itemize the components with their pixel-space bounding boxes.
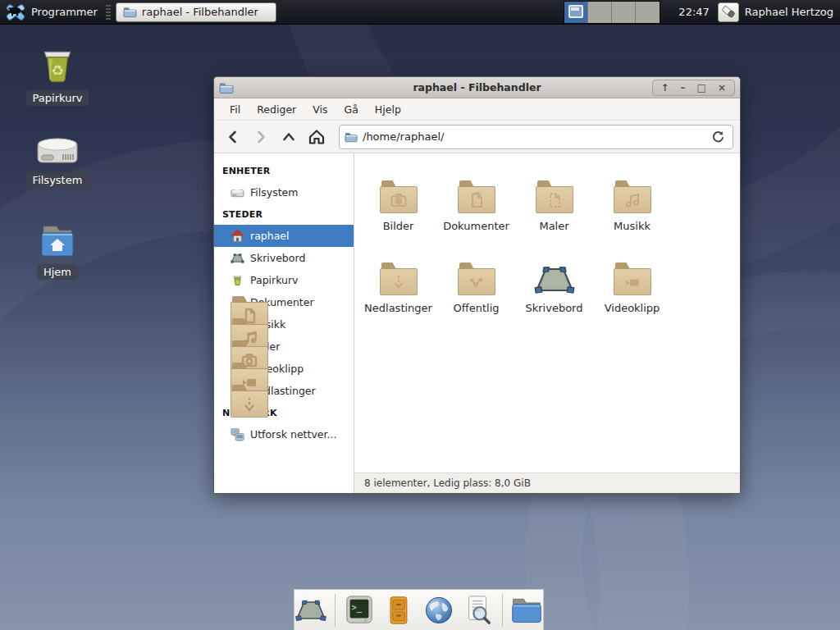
desktop-icon-filesystem[interactable]: Filsystem	[12, 133, 103, 188]
panel-handle	[106, 5, 111, 20]
folder-pictures-icon	[231, 340, 244, 354]
minimize-button[interactable]: –	[681, 83, 686, 93]
up-button[interactable]	[276, 125, 301, 149]
menu-file[interactable]: Fil	[222, 100, 248, 119]
workspace-1[interactable]	[564, 2, 588, 23]
menu-help[interactable]: Hjelp	[368, 100, 409, 119]
xfce-logo-icon	[5, 2, 26, 22]
applications-menu-label: Programmer	[31, 6, 98, 18]
file-item-nedlastinger[interactable]: Nedlastinger	[359, 245, 437, 327]
sidebar-item-label: raphael	[250, 230, 289, 242]
file-item-label: Videoklipp	[605, 302, 660, 314]
svg-text:♻: ♻	[51, 62, 64, 79]
path-input[interactable]	[363, 130, 703, 143]
menu-go[interactable]: Gå	[337, 100, 366, 119]
sidebar-item-label: Skrivebord	[250, 252, 305, 264]
titlebar[interactable]: raphael - Filbehandler ↑ – □ ×	[214, 77, 740, 98]
folder-videos-icon	[231, 362, 244, 376]
dock-file-cabinet-button[interactable]	[382, 593, 415, 628]
applications-menu-button[interactable]: Programmer	[0, 0, 106, 25]
workspace-window-icon	[568, 5, 583, 18]
file-item-skrivebord[interactable]: Skrivebord	[515, 245, 593, 327]
back-button[interactable]	[221, 125, 245, 149]
path-bar[interactable]	[339, 125, 733, 149]
sidebar-item-filesystem[interactable]: Filsystem	[214, 181, 354, 203]
dock-file-manager-button[interactable]	[510, 593, 543, 628]
svg-text:>_: >_	[351, 602, 362, 613]
back-icon	[225, 129, 241, 145]
file-cabinet-icon	[384, 595, 413, 626]
file-item-label: Nedlastinger	[364, 302, 432, 314]
sidebar-item-documents[interactable]: Dokumenter	[214, 291, 354, 313]
close-button[interactable]: ×	[718, 83, 726, 93]
file-item-dokumenter[interactable]: Dokumenter	[437, 163, 515, 245]
toolbar	[214, 121, 740, 153]
workspace-2[interactable]	[588, 2, 612, 23]
dock-separator	[335, 594, 336, 627]
menu-edit[interactable]: Rediger	[249, 100, 304, 119]
harddrive-icon	[35, 133, 80, 167]
sidebar-item-trash[interactable]: ♻ Papirkurv	[214, 269, 354, 291]
menu-view[interactable]: Vis	[305, 100, 335, 119]
desktop-icon	[231, 251, 244, 265]
taskbar-window-button[interactable]: raphael - Filbehandler	[116, 2, 276, 22]
file-item-musikk[interactable]: Musikk	[593, 163, 671, 245]
desktop-icon-label: Papirkurv	[26, 90, 89, 106]
camera-emblem-icon	[390, 192, 407, 208]
trash-icon: ♻	[231, 273, 244, 287]
desktop-icon-label: Filsystem	[26, 172, 89, 188]
sidebar-item-network[interactable]: Utforsk nettver...	[214, 423, 354, 445]
file-manager-icon	[510, 596, 543, 625]
file-item-offentlig[interactable]: Offentlig	[437, 245, 515, 327]
file-manager-window: raphael - Filbehandler ↑ – □ × Fil Redig…	[213, 76, 741, 494]
desktop-icon-home[interactable]: Hjem	[12, 223, 103, 280]
file-grid: Bilder Dokumenter Maler	[354, 153, 740, 472]
file-view: Bilder Dokumenter Maler	[354, 153, 740, 493]
home-icon	[231, 229, 244, 243]
file-item-videoklipp[interactable]: Videoklipp	[593, 245, 671, 327]
workspace-3[interactable]	[612, 2, 636, 23]
forward-button[interactable]	[249, 125, 273, 149]
shade-button[interactable]: ↑	[661, 83, 669, 93]
eraser-icon	[720, 5, 737, 20]
video-emblem-icon	[624, 274, 641, 290]
dock-show-desktop-button[interactable]	[294, 593, 327, 628]
music-emblem-icon	[624, 192, 641, 208]
maximize-button[interactable]: □	[697, 83, 706, 93]
web-browser-icon	[423, 595, 454, 626]
dock-search-button[interactable]	[463, 593, 495, 628]
sidebar-item-desktop[interactable]: Skrivebord	[214, 247, 354, 269]
home-icon	[308, 129, 326, 145]
sidebar-item-label: Papirkurv	[250, 274, 299, 286]
dock-web-browser-button[interactable]	[422, 593, 455, 628]
desktop-icon-trash[interactable]: ♻ Papirkurv	[12, 44, 103, 106]
sidebar-item-label: Filsystem	[250, 186, 298, 199]
dock-terminal-button[interactable]: >_	[343, 593, 376, 628]
top-panel: Programmer raphael - Filbehandler 22:47	[0, 0, 840, 25]
username-label[interactable]: Raphael Hertzog	[745, 6, 833, 18]
window-icon	[219, 81, 234, 94]
file-item-bilder[interactable]: Bilder	[359, 163, 437, 245]
folder-music-icon	[231, 317, 244, 331]
sidebar-item-raphael[interactable]: raphael	[214, 225, 354, 247]
workspace-4[interactable]	[636, 2, 660, 23]
home-button[interactable]	[304, 125, 329, 149]
menubar: Fil Rediger Vis Gå Hjelp	[214, 98, 740, 121]
file-item-maler[interactable]: Maler	[515, 163, 593, 245]
user-badge-button[interactable]	[718, 2, 739, 22]
template-emblem-icon	[546, 192, 563, 208]
folder-downloads-icon	[231, 384, 244, 398]
file-item-label: Bilder	[383, 220, 414, 232]
workspace-switcher	[564, 1, 660, 24]
reload-button[interactable]	[708, 127, 728, 147]
taskbar-window-label: raphael - Filbehandler	[142, 6, 258, 18]
clock[interactable]: 22:47	[678, 6, 709, 18]
statusbar: 8 ielementer, Ledig plass: 8,0 GiB	[354, 472, 740, 493]
document-emblem-icon	[468, 192, 485, 208]
home-folder-icon	[37, 223, 78, 259]
trash-icon: ♻	[37, 44, 78, 85]
sidebar-header-places: STEDER	[214, 203, 354, 225]
show-desktop-icon	[294, 597, 327, 623]
file-item-label: Musikk	[614, 220, 651, 232]
dock-separator	[502, 594, 503, 627]
